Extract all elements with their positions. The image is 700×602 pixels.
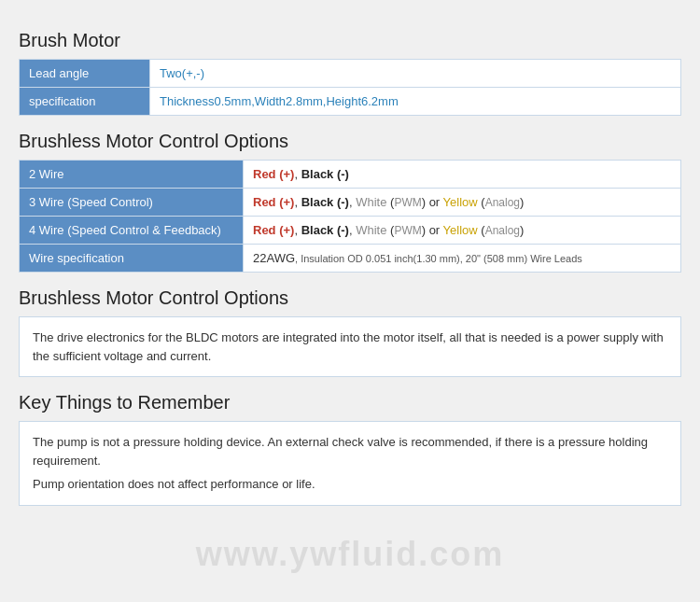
3wire-value: Red (+), Black (-), White (PWM) or Yello… <box>244 189 681 217</box>
wire-spec-detail: , Insulation OD 0.051 inch(1.30 mm), 20"… <box>295 253 582 264</box>
lead-angle-text: Two(+,-) <box>160 66 204 80</box>
brushless-control-table: 2 Wire Red (+), Black (-) 3 Wire (Speed … <box>19 160 681 273</box>
yellow-text: Yellow <box>443 195 478 209</box>
black-text-2: Black (-) <box>301 195 349 209</box>
black-text-3: Black (-) <box>301 223 349 237</box>
watermark: www.ywfluid.com <box>196 535 505 574</box>
pwm-text-2: PWM <box>394 224 421 237</box>
red-text-3: Red (+) <box>253 223 294 237</box>
3wire-label: 3 Wire (Speed Control) <box>20 189 244 217</box>
wire-spec-main: 22AWG <box>253 251 295 265</box>
black-text: Black (-) <box>301 167 349 181</box>
lead-angle-label: Lead angle <box>20 60 150 88</box>
wire-spec-value: 22AWG, Insulation OD 0.051 inch(1.30 mm)… <box>244 245 681 273</box>
key-things-title: Key Things to Remember <box>19 392 681 413</box>
white-text: White <box>356 195 386 209</box>
table-row: Wire specification 22AWG, Insulation OD … <box>20 245 681 273</box>
table-row: Lead angle Two(+,-) <box>20 60 681 88</box>
pwm-text: PWM <box>394 196 421 209</box>
red-text-2: Red (+) <box>253 195 294 209</box>
brush-motor-table: Lead angle Two(+,-) specification Thickn… <box>19 59 681 116</box>
specification-value: Thickness0.5mm,Width2.8mm,Height6.2mm <box>150 88 681 116</box>
yellow-text-2: Yellow <box>443 223 478 237</box>
specification-label: specification <box>20 88 150 116</box>
table-row: 4 Wire (Speed Control & Feedback) Red (+… <box>20 217 681 245</box>
white-text-2: White <box>356 223 386 237</box>
lead-angle-value: Two(+,-) <box>150 60 681 88</box>
key-things-line2: Pump orientation does not affect perform… <box>33 475 667 494</box>
brushless-control-title: Brushless Motor Control Options <box>19 131 681 152</box>
2wire-value: Red (+), Black (-) <box>244 161 681 189</box>
wire-spec-label: Wire specification <box>20 245 244 273</box>
key-things-box: The pump is not a pressure holding devic… <box>19 421 681 506</box>
red-text: Red (+) <box>253 167 294 181</box>
brushless-desc-text: The drive electronics for the BLDC motor… <box>33 329 667 365</box>
2wire-label: 2 Wire <box>20 161 244 189</box>
4wire-label: 4 Wire (Speed Control & Feedback) <box>20 217 244 245</box>
table-row: 3 Wire (Speed Control) Red (+), Black (-… <box>20 189 681 217</box>
key-things-line1: The pump is not a pressure holding devic… <box>33 433 667 469</box>
table-row: 2 Wire Red (+), Black (-) <box>20 161 681 189</box>
brushless-description-box: The drive electronics for the BLDC motor… <box>19 316 681 377</box>
analog-text-2: Analog <box>485 224 520 237</box>
brushless-desc-title: Brushless Motor Control Options <box>19 287 681 309</box>
analog-text: Analog <box>485 196 520 209</box>
4wire-value: Red (+), Black (-), White (PWM) or Yello… <box>244 217 681 245</box>
brush-motor-title: Brush Motor <box>19 30 681 51</box>
specification-text: Thickness0.5mm,Width2.8mm,Height6.2mm <box>160 94 399 108</box>
table-row: specification Thickness0.5mm,Width2.8mm,… <box>20 88 681 116</box>
